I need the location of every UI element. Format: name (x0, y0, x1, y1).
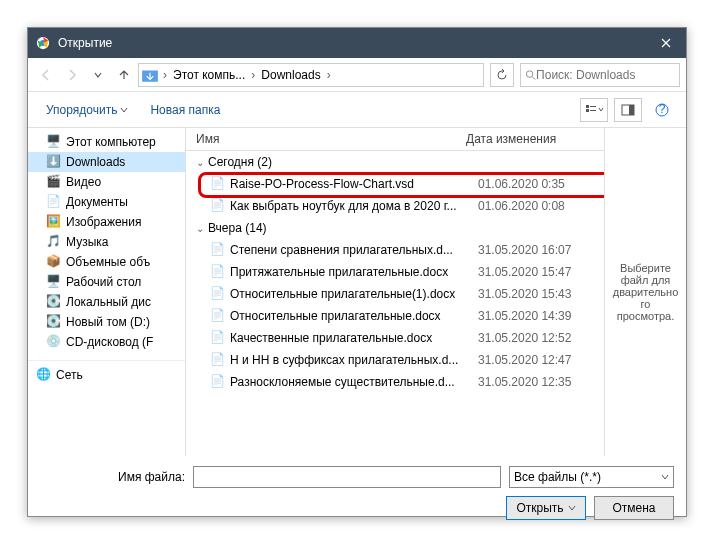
docs-icon: 📄 (46, 194, 62, 210)
file-date: 01.06.2020 0:08 (478, 199, 565, 213)
tree-item-label: Музыка (66, 235, 108, 249)
tree-item-desktop[interactable]: 🖥️Рабочий стол (28, 272, 185, 292)
up-button[interactable] (112, 63, 136, 87)
close-button[interactable] (646, 28, 686, 58)
pc-icon: 🖥️ (46, 134, 62, 150)
chevron-down-icon: ⌄ (196, 157, 204, 168)
file-row[interactable]: 📄Как выбрать ноутбук для дома в 2020 г..… (186, 195, 604, 217)
column-name[interactable]: Имя (196, 132, 466, 146)
tree-item-pc[interactable]: 🖥️Этот компьютер (28, 132, 185, 152)
file-type-filter[interactable]: Все файлы (*.*) (509, 466, 674, 488)
tree-item-label: Рабочий стол (66, 275, 141, 289)
tree-item-network[interactable]: 🌐Сеть (28, 360, 185, 385)
search-box[interactable] (520, 63, 680, 87)
downloads-icon: ⬇️ (46, 154, 62, 170)
breadcrumb-sep: › (325, 68, 333, 82)
open-file-dialog: Открытие › Этот компь... › Downloads › У… (27, 27, 687, 517)
help-icon: ? (655, 103, 669, 117)
tree-item-label: Изображения (66, 215, 141, 229)
new-folder-button[interactable]: Новая папка (142, 99, 228, 121)
file-name: Степени сравнения прилагательных.d... (230, 243, 478, 257)
file-name: Относительные прилагательные(1).docx (230, 287, 478, 301)
network-icon: 🌐 (36, 367, 52, 383)
open-button[interactable]: Открыть (506, 496, 586, 520)
file-group-header[interactable]: ⌄Вчера (14) (186, 217, 604, 239)
file-name: Разносклоняемые существительные.d... (230, 375, 478, 389)
file-list-header: Имя Дата изменения (186, 128, 604, 151)
breadcrumb-item-1[interactable]: Downloads (257, 68, 324, 82)
file-name: Как выбрать ноутбук для дома в 2020 г... (230, 199, 478, 213)
tree-item-label: CD-дисковод (F (66, 335, 153, 349)
column-date[interactable]: Дата изменения (466, 132, 556, 146)
file-date: 31.05.2020 15:43 (478, 287, 571, 301)
svg-rect-7 (590, 110, 596, 111)
breadcrumb-item-0[interactable]: Этот компь... (169, 68, 249, 82)
file-group-header[interactable]: ⌄Сегодня (2) (186, 151, 604, 173)
breadcrumb-sep: › (249, 68, 257, 82)
doc-file-icon: 📄 (210, 330, 226, 346)
chevron-down-icon (120, 106, 128, 114)
preview-pane-button[interactable] (614, 98, 642, 122)
file-row[interactable]: 📄Качественные прилагательные.docx31.05.2… (186, 327, 604, 349)
file-row[interactable]: 📄Притяжательные прилагательные.docx31.05… (186, 261, 604, 283)
recent-button[interactable] (86, 63, 110, 87)
file-row[interactable]: 📄Raise-PO-Process-Flow-Chart.vsd01.06.20… (186, 173, 604, 195)
tree-item-music[interactable]: 🎵Музыка (28, 232, 185, 252)
file-row[interactable]: 📄Степени сравнения прилагательных.d...31… (186, 239, 604, 261)
window-title: Открытие (58, 36, 646, 50)
back-button[interactable] (34, 63, 58, 87)
file-row[interactable]: 📄Разносклоняемые существительные.d...31.… (186, 371, 604, 393)
forward-button[interactable] (60, 63, 84, 87)
file-row[interactable]: 📄Относительные прилагательные.docx31.05.… (186, 305, 604, 327)
pics-icon: 🖼️ (46, 214, 62, 230)
file-date: 31.05.2020 12:52 (478, 331, 571, 345)
preview-pane: Выберите файл для дварительного просмотр… (604, 128, 686, 456)
doc-file-icon: 📄 (210, 374, 226, 390)
tree-item-label: Downloads (66, 155, 125, 169)
close-icon (661, 38, 671, 48)
svg-rect-6 (590, 106, 596, 107)
file-name: Качественные прилагательные.docx (230, 331, 478, 345)
file-date: 31.05.2020 12:47 (478, 353, 571, 367)
list-view-icon (584, 103, 598, 117)
tree-item-disk[interactable]: 💽Локальный дис (28, 292, 185, 312)
help-button[interactable]: ? (648, 98, 676, 122)
cancel-button[interactable]: Отмена (594, 496, 674, 520)
refresh-button[interactable] (490, 63, 514, 87)
refresh-icon (496, 69, 508, 81)
tree-item-cd[interactable]: 💿CD-дисковод (F (28, 332, 185, 352)
disk-icon: 💽 (46, 314, 62, 330)
group-label: Вчера (14) (208, 221, 267, 235)
tree-item-downloads[interactable]: ⬇️Downloads (28, 152, 185, 172)
chrome-icon (36, 36, 50, 50)
breadcrumb[interactable]: › Этот компь... › Downloads › (138, 63, 484, 87)
tree-item-video[interactable]: 🎬Видео (28, 172, 185, 192)
tree-item-docs[interactable]: 📄Документы (28, 192, 185, 212)
tree-item-label: Этот компьютер (66, 135, 156, 149)
tree-item-label: Локальный дис (66, 295, 151, 309)
tree-item-disk[interactable]: 💽Новый том (D:) (28, 312, 185, 332)
doc-file-icon: 📄 (210, 242, 226, 258)
address-bar: › Этот компь... › Downloads › (28, 58, 686, 92)
file-name: Относительные прилагательные.docx (230, 309, 478, 323)
file-row[interactable]: 📄Относительные прилагательные(1).docx31.… (186, 283, 604, 305)
tree-item-3d[interactable]: 📦Объемные объ (28, 252, 185, 272)
file-name: Притяжательные прилагательные.docx (230, 265, 478, 279)
organize-button[interactable]: Упорядочить (38, 99, 136, 121)
disk-icon: 💽 (46, 294, 62, 310)
search-input[interactable] (536, 68, 675, 82)
file-date: 31.05.2020 15:47 (478, 265, 571, 279)
chevron-down-icon: ⌄ (196, 223, 204, 234)
doc-file-icon: 📄 (210, 352, 226, 368)
filename-input[interactable] (193, 466, 501, 488)
tree-item-pics[interactable]: 🖼️Изображения (28, 212, 185, 232)
doc-file-icon: 📄 (210, 198, 226, 214)
music-icon: 🎵 (46, 234, 62, 250)
group-label: Сегодня (2) (208, 155, 272, 169)
tree-item-label: Новый том (D:) (66, 315, 150, 329)
doc-file-icon: 📄 (210, 286, 226, 302)
view-mode-button[interactable] (580, 98, 608, 122)
doc-file-icon: 📄 (210, 308, 226, 324)
chevron-down-icon (568, 504, 576, 512)
file-row[interactable]: 📄Н и НН в суффиксах прилагательных.d...3… (186, 349, 604, 371)
